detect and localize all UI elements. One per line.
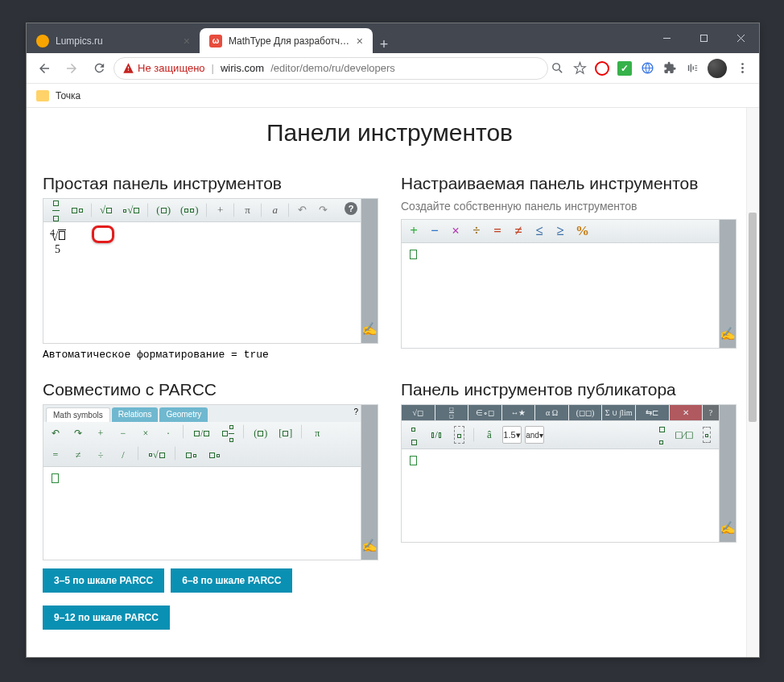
ge-button[interactable]: ≥ [551, 222, 570, 240]
pi-button[interactable]: π [238, 201, 258, 219]
redo-button[interactable]: ↷ [314, 201, 333, 219]
underset-button[interactable] [652, 426, 671, 444]
scrollbar-thumb[interactable] [749, 213, 757, 422]
equals-button[interactable]: = [46, 446, 65, 464]
dot-button[interactable]: · [159, 424, 178, 442]
notequals-button[interactable]: ≠ [68, 446, 88, 464]
new-tab-button[interactable]: + [373, 36, 395, 53]
equals-button[interactable]: = [488, 222, 507, 240]
close-window-button[interactable] [722, 23, 759, 53]
superscript-button[interactable] [67, 201, 88, 219]
sqrt-button[interactable]: √ [96, 201, 117, 219]
editor-canvas-publisher[interactable] [402, 449, 719, 542]
parcc-35-button[interactable]: 3–5 по шкале PARCC [43, 568, 164, 593]
spin-input[interactable]: 1.5 ▾ [502, 426, 522, 444]
reload-button[interactable] [86, 56, 112, 81]
separator [243, 424, 245, 439]
maximize-button[interactable] [685, 23, 722, 53]
times-button[interactable]: × [446, 222, 465, 240]
le-button[interactable]: ≤ [530, 222, 549, 240]
nth-root-button[interactable]: √ [144, 446, 170, 464]
separator [175, 446, 176, 461]
minimize-button[interactable] [648, 23, 685, 53]
times-button[interactable]: × [136, 424, 155, 442]
notequals-button[interactable]: ≠ [509, 222, 528, 240]
fraction-button[interactable] [46, 201, 65, 219]
italic-a-button[interactable]: a [266, 201, 285, 219]
handwriting-toggle[interactable]: ✍ [361, 199, 378, 343]
editor-canvas-simple[interactable]: 4 √ 5 [43, 222, 361, 343]
url-input[interactable]: Не защищено | wiris.com/editor/demo/ru/d… [113, 57, 548, 80]
accent-button[interactable]: â [480, 426, 499, 444]
sub-button[interactable] [204, 446, 225, 464]
parcc-68-button[interactable]: 6–8 по шкале PARCC [171, 568, 292, 593]
undo-button[interactable]: ↶ [293, 201, 312, 219]
pub-tab-greek[interactable]: α Ω [535, 405, 568, 420]
kebab-menu-icon[interactable] [735, 61, 749, 76]
editor-canvas-parcc[interactable] [43, 467, 361, 560]
star-icon[interactable] [572, 61, 587, 76]
scrollbar[interactable] [746, 108, 758, 657]
fraction-button[interactable]: / [427, 426, 446, 444]
globe-icon[interactable] [640, 61, 654, 76]
pub-tab-sigma[interactable]: Σ ∪ ∫lim [602, 405, 635, 420]
pub-tab-root[interactable]: √◻ [402, 405, 435, 420]
pub-tab-arrows2[interactable]: ⇆⊏ [636, 405, 669, 420]
parcc-tab-math[interactable]: Math symbols [46, 407, 110, 422]
handwriting-toggle[interactable]: ✍ [719, 220, 736, 348]
plus-button[interactable]: + [91, 424, 110, 442]
profile-avatar[interactable] [708, 59, 727, 78]
pub-tab-x[interactable]: ✕ [670, 405, 703, 420]
help-icon[interactable]: ? [345, 202, 357, 215]
parcc-912-button[interactable]: 9–12 по шкале PARCC [43, 606, 170, 630]
undo-button[interactable]: ↶ [46, 424, 65, 442]
redo-button[interactable]: ↷ [68, 424, 88, 442]
pub-tab-help[interactable]: ? [703, 405, 719, 420]
plus-button[interactable]: + [211, 201, 230, 219]
handwriting-toggle[interactable]: ✍ [361, 405, 378, 560]
editor-canvas-custom[interactable] [402, 243, 719, 348]
pub-tab-arrow[interactable]: ↔★ [502, 405, 535, 420]
plus-button[interactable]: + [404, 222, 423, 240]
divide-button[interactable]: ÷ [467, 222, 486, 240]
handwriting-toggle[interactable]: ✍ [719, 405, 736, 542]
tab-lumpics[interactable]: Lumpics.ru × [27, 28, 200, 53]
pub-tab-frac[interactable]: ◻◻ [435, 405, 468, 420]
bracket-button[interactable]: [] [274, 424, 296, 442]
bookmark-item[interactable]: Точка [56, 90, 80, 101]
pub-tab-elem[interactable]: ∈∘◻ [468, 405, 501, 420]
titlebar: Lumpics.ru × ω MathType Для разработчико… [27, 23, 759, 53]
pi-button[interactable]: π [307, 424, 327, 442]
forward-button[interactable] [59, 56, 85, 81]
extension-o-icon[interactable] [595, 61, 609, 76]
minus-button[interactable]: − [113, 424, 133, 442]
tab-mathtype[interactable]: ω MathType Для разработчиков (… × [200, 28, 373, 53]
slash-button[interactable]: / [113, 446, 133, 464]
back-button[interactable] [31, 56, 57, 81]
selection-box-2-button[interactable] [697, 426, 716, 444]
close-icon[interactable]: × [357, 35, 363, 48]
overset-button[interactable] [404, 426, 423, 444]
music-icon[interactable] [685, 61, 699, 76]
parcc-tab-relations[interactable]: Relations [112, 407, 159, 422]
help-icon[interactable]: ? [353, 407, 358, 422]
mixed-fraction-button[interactable] [217, 424, 238, 442]
parentheses-button[interactable]: () [152, 201, 175, 219]
selection-box-button[interactable] [449, 426, 468, 444]
extensions-puzzle-icon[interactable] [662, 61, 677, 76]
bevel-fraction-button[interactable]: ◻⁄◻ [675, 426, 694, 444]
percent-button[interactable]: % [571, 222, 593, 240]
fraction-button[interactable]: / [189, 424, 214, 442]
divide-button[interactable]: ÷ [91, 446, 110, 464]
parcc-tab-geometry[interactable]: Geometry [159, 407, 208, 422]
matrix-button[interactable]: () [176, 201, 203, 219]
paren-button[interactable]: () [250, 424, 271, 442]
zoom-icon[interactable] [550, 61, 564, 76]
extension-check-icon[interactable]: ✓ [617, 61, 632, 76]
sub-sup-button[interactable] [181, 446, 201, 464]
close-icon[interactable]: × [184, 35, 190, 48]
nth-root-button[interactable]: √ [118, 201, 144, 219]
spin-input-2[interactable]: and ▾ [525, 426, 544, 444]
pub-tab-matrix[interactable]: (◻◻) [569, 405, 602, 420]
minus-button[interactable]: − [425, 222, 444, 240]
